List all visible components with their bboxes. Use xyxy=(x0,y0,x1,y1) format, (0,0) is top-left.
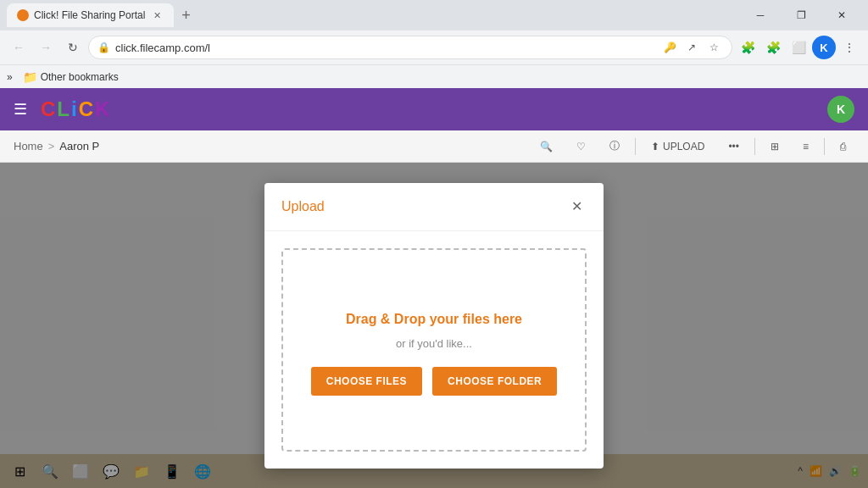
choose-folder-button[interactable]: CHOOSE FOLDER xyxy=(432,367,557,396)
bookmarks-bar: » 📁 Other bookmarks xyxy=(0,64,868,88)
tab-title: Click! File Sharing Portal xyxy=(34,9,145,21)
header-right: K xyxy=(827,96,854,123)
bookmark-other[interactable]: 📁 Other bookmarks xyxy=(16,69,125,86)
bookmarks-separator: » xyxy=(7,71,13,83)
logo-c2: C xyxy=(79,97,95,120)
app-toolbar: Home > Aaron P 🔍 ♡ ⓘ ⬆ UPLOAD ••• ⊞ ≡ ⎙ xyxy=(0,130,868,163)
modal-header: Upload ✕ xyxy=(264,183,604,231)
info-icon-btn[interactable]: ⓘ xyxy=(601,136,628,157)
hamburger-icon[interactable]: ☰ xyxy=(14,100,27,119)
logo-c: C xyxy=(41,97,57,120)
more-options-button[interactable]: ••• xyxy=(720,137,748,156)
window-icon[interactable]: ⬜ xyxy=(787,36,810,59)
toolbar-divider-3 xyxy=(824,138,825,155)
new-tab-button[interactable]: + xyxy=(174,3,198,27)
tab-favicon xyxy=(17,9,29,21)
url-icons: 🔑 ↗ ☆ xyxy=(660,38,723,57)
list-view-button[interactable]: ≡ xyxy=(794,137,817,156)
bookmark-icon-btn[interactable]: ♡ xyxy=(568,137,594,156)
back-button[interactable]: ← xyxy=(7,36,31,59)
tab-close-button[interactable]: ✕ xyxy=(150,8,164,22)
upload-modal: Upload ✕ Drag & Drop your files here or … xyxy=(264,183,604,469)
breadcrumb-separator: > xyxy=(48,140,55,152)
toolbar-divider xyxy=(635,138,636,155)
modal-close-button[interactable]: ✕ xyxy=(566,197,587,217)
drop-zone-buttons: CHOOSE FILES CHOOSE FOLDER xyxy=(311,367,558,396)
window-controls: ─ ❐ ✕ xyxy=(741,3,861,27)
puzzle-icon[interactable]: 🧩 xyxy=(761,36,785,59)
header-avatar[interactable]: K xyxy=(827,96,854,123)
drop-zone[interactable]: Drag & Drop your files here or if you'd … xyxy=(281,248,587,452)
active-tab[interactable]: Click! File Sharing Portal ✕ xyxy=(7,3,174,27)
url-text: click.filecamp.com/l xyxy=(115,42,655,54)
lock-icon: 🔒 xyxy=(97,42,110,53)
profile-button[interactable]: K xyxy=(812,36,836,59)
upload-icon: ⬆ xyxy=(651,141,659,152)
app-header: ☰ CLiCK K xyxy=(0,88,868,130)
more-button[interactable]: ⋮ xyxy=(837,36,861,59)
breadcrumb-home[interactable]: Home xyxy=(14,140,43,152)
address-bar: ← → ↻ 🔒 click.filecamp.com/l 🔑 ↗ ☆ 🧩 🧩 ⬜… xyxy=(0,30,868,64)
modal-overlay: Upload ✕ Drag & Drop your files here or … xyxy=(0,163,868,488)
logo-k: K xyxy=(95,97,111,120)
bookmark-folder-label: Other bookmarks xyxy=(41,71,119,83)
modal-body: Drag & Drop your files here or if you'd … xyxy=(264,231,604,469)
browser-chrome: Click! File Sharing Portal ✕ + ─ ❐ ✕ ← →… xyxy=(0,0,868,88)
main-content: Upload ✕ Drag & Drop your files here or … xyxy=(0,163,868,488)
restore-button[interactable]: ❐ xyxy=(782,3,821,27)
upload-button[interactable]: ⬆ UPLOAD xyxy=(643,137,713,156)
forward-button[interactable]: → xyxy=(34,36,58,59)
title-bar: Click! File Sharing Portal ✕ + ─ ❐ ✕ xyxy=(0,0,868,30)
minimize-button[interactable]: ─ xyxy=(741,3,780,27)
drop-zone-title: Drag & Drop your files here xyxy=(346,312,522,327)
close-button[interactable]: ✕ xyxy=(822,3,861,27)
logo-l: L xyxy=(57,97,71,120)
reload-button[interactable]: ↻ xyxy=(61,36,85,59)
logo-i: i xyxy=(71,97,79,120)
upload-label: UPLOAD xyxy=(663,141,704,152)
drop-zone-subtitle: or if you'd like... xyxy=(396,337,472,350)
logo-text: CLiCK xyxy=(41,97,111,121)
breadcrumb-current: Aaron P xyxy=(59,140,99,152)
folder-icon: 📁 xyxy=(23,70,37,84)
toolbar-divider-2 xyxy=(754,138,755,155)
print-button[interactable]: ⎙ xyxy=(832,137,854,156)
choose-files-button[interactable]: CHOOSE FILES xyxy=(311,367,422,396)
breadcrumb: Home > Aaron P xyxy=(14,140,99,152)
url-bar[interactable]: 🔒 click.filecamp.com/l 🔑 ↗ ☆ xyxy=(88,36,732,59)
browser-icons: 🧩 🧩 ⬜ K ⋮ xyxy=(736,36,861,59)
search-icon-btn[interactable]: 🔍 xyxy=(531,137,561,156)
app-logo: CLiCK xyxy=(41,97,111,121)
star-icon[interactable]: ☆ xyxy=(704,38,723,57)
toolbar-right: 🔍 ♡ ⓘ ⬆ UPLOAD ••• ⊞ ≡ ⎙ xyxy=(531,136,854,157)
extensions-icon[interactable]: 🧩 xyxy=(736,36,760,59)
modal-title: Upload xyxy=(281,199,325,214)
key-icon[interactable]: 🔑 xyxy=(660,38,679,57)
app-content: ☰ CLiCK K Home > Aaron P 🔍 ♡ ⓘ ⬆ UPLOAD … xyxy=(0,88,868,488)
grid-view-button[interactable]: ⊞ xyxy=(762,137,787,156)
share-icon[interactable]: ↗ xyxy=(682,38,701,57)
